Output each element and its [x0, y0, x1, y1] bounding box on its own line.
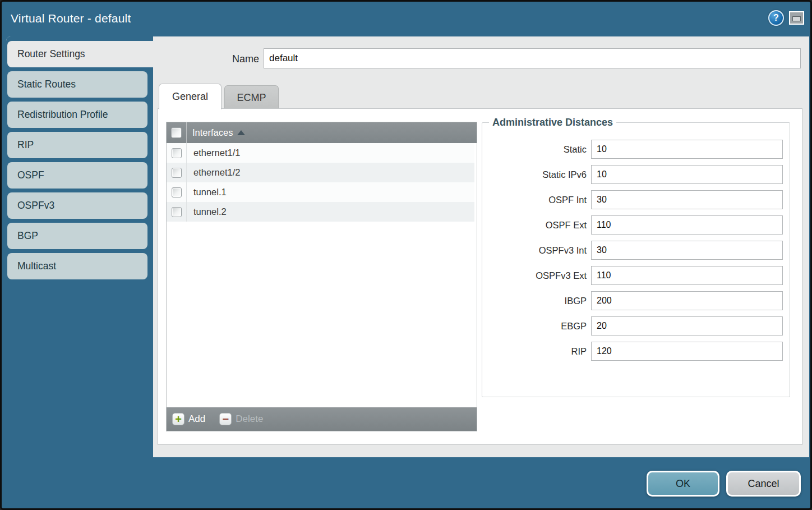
sidebar-item-ospfv3[interactable]: OSPFv3	[7, 192, 147, 219]
interfaces-table-body: ethernet1/1 ethernet1/2 tunnel.1 tunnel.…	[167, 143, 477, 222]
virtual-router-dialog: Virtual Router - default ? Router Settin…	[0, 0, 812, 510]
help-icon[interactable]: ?	[768, 10, 784, 26]
window-icon-inner	[792, 16, 801, 21]
rip-input[interactable]	[591, 342, 783, 361]
field-row-ospf-ext: OSPF Ext	[487, 215, 785, 235]
interfaces-column-header[interactable]: Interfaces	[192, 127, 233, 138]
tab-general[interactable]: General	[159, 84, 222, 109]
field-row-ebgp: EBGP	[487, 316, 785, 336]
row-checkbox[interactable]	[172, 148, 182, 158]
row-checkbox[interactable]	[172, 187, 182, 197]
ibgp-label: IBGP	[487, 296, 587, 306]
content-panel: Router Settings Static Routes Redistribu…	[6, 36, 809, 457]
static-input[interactable]	[591, 140, 783, 159]
field-row-ospfv3-int: OSPFv3 Int	[487, 241, 785, 260]
table-row[interactable]: tunnel.1	[167, 182, 477, 202]
interface-name: ethernet1/1	[193, 148, 240, 158]
sidebar-item-ospf[interactable]: OSPF	[7, 162, 147, 189]
field-row-static-ipv6: Static IPv6	[487, 165, 785, 184]
delete-icon: −	[219, 413, 232, 425]
sort-ascending-icon[interactable]	[237, 130, 245, 135]
ospf-ext-input[interactable]	[591, 215, 783, 235]
select-all-checkbox[interactable]	[171, 127, 182, 138]
ospfv3-ext-input[interactable]	[591, 266, 783, 285]
interface-name: tunnel.2	[193, 206, 227, 217]
field-row-ospf-int: OSPF Int	[487, 190, 785, 209]
sidebar-item-redistribution-profile[interactable]: Redistribution Profile	[7, 102, 147, 128]
title-bar: Virtual Router - default ?	[2, 2, 810, 36]
general-tab-panel: Interfaces ethernet1/1 ethernet1/2 tunne…	[158, 108, 802, 445]
ospf-int-input[interactable]	[591, 190, 783, 209]
ospfv3-int-input[interactable]	[591, 241, 783, 260]
table-row[interactable]: tunnel.2	[167, 202, 477, 222]
sidebar-item-bgp[interactable]: BGP	[7, 223, 147, 249]
table-row[interactable]: ethernet1/2	[167, 163, 477, 182]
sidebar-item-static-routes[interactable]: Static Routes	[7, 71, 147, 98]
table-empty-area	[167, 222, 477, 407]
ospfv3-ext-label: OSPFv3 Ext	[487, 270, 587, 281]
ospfv3-int-label: OSPFv3 Int	[487, 245, 587, 256]
name-label: Name	[174, 53, 259, 65]
static-ipv6-input[interactable]	[591, 165, 783, 184]
row-checkbox[interactable]	[172, 207, 182, 217]
row-checkbox-cell	[167, 182, 187, 202]
table-row[interactable]: ethernet1/1	[167, 143, 477, 163]
field-row-rip: RIP	[487, 342, 785, 361]
static-label: Static	[487, 144, 587, 155]
static-ipv6-label: Static IPv6	[487, 169, 587, 180]
ibgp-input[interactable]	[591, 291, 783, 310]
field-row-ibgp: IBGP	[487, 291, 785, 310]
ebgp-input[interactable]	[591, 316, 783, 336]
administrative-distances-group: Administrative Distances Static Static I…	[482, 117, 790, 397]
interface-name: tunnel.1	[193, 187, 227, 197]
row-checkbox[interactable]	[172, 168, 182, 178]
sidebar: Router Settings Static Routes Redistribu…	[6, 36, 153, 457]
name-input[interactable]	[264, 48, 801, 68]
cancel-button[interactable]: Cancel	[726, 471, 801, 497]
sidebar-item-router-settings[interactable]: Router Settings	[7, 41, 153, 67]
delete-button-disabled: Delete	[236, 413, 263, 425]
ebgp-label: EBGP	[487, 321, 587, 332]
ospf-int-label: OSPF Int	[487, 195, 587, 205]
field-row-ospfv3-ext: OSPFv3 Ext	[487, 266, 785, 285]
interfaces-table-footer: + Add − Delete	[167, 407, 477, 431]
interfaces-table: Interfaces ethernet1/1 ethernet1/2 tunne…	[166, 122, 477, 431]
tab-ecmp[interactable]: ECMP	[224, 85, 279, 109]
rip-label: RIP	[487, 346, 587, 357]
select-all-cell	[167, 122, 187, 143]
sidebar-tab-list: Router Settings Static Routes Redistribu…	[7, 41, 153, 279]
row-checkbox-cell	[167, 163, 187, 182]
interface-name: ethernet1/2	[193, 167, 240, 178]
sidebar-item-rip[interactable]: RIP	[7, 132, 147, 158]
row-checkbox-cell	[167, 202, 187, 222]
add-icon[interactable]: +	[172, 413, 184, 425]
interfaces-table-header: Interfaces	[167, 122, 477, 143]
dialog-title: Virtual Router - default	[11, 2, 131, 35]
sidebar-item-multicast[interactable]: Multicast	[7, 253, 147, 279]
ok-button[interactable]: OK	[647, 471, 719, 497]
row-checkbox-cell	[167, 143, 187, 163]
field-row-static: Static	[487, 140, 785, 159]
ospf-ext-label: OSPF Ext	[487, 220, 587, 231]
administrative-distances-title: Administrative Distances	[489, 117, 616, 128]
add-button[interactable]: Add	[188, 413, 205, 425]
window-icon[interactable]	[789, 11, 804, 25]
